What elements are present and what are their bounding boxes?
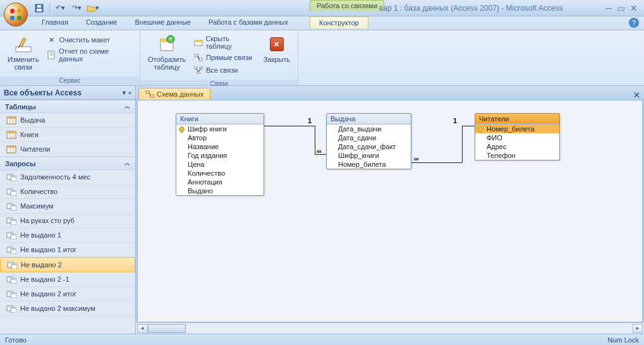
chevron-up-icon: ︽ xyxy=(125,159,130,167)
relationships-icon xyxy=(145,90,154,98)
doc-tab-schema[interactable]: Схема данных xyxy=(138,88,210,100)
table-field[interactable]: Номер_билета xyxy=(327,160,411,169)
save-icon[interactable] xyxy=(33,2,46,15)
relation-cardinality-one: 1 xyxy=(308,117,312,124)
all-relationships-button[interactable]: Все связи xyxy=(192,64,257,76)
close-button[interactable]: ✕ xyxy=(630,3,638,13)
table-field[interactable]: Выдано xyxy=(176,186,264,195)
svg-rect-48 xyxy=(11,205,16,207)
office-button[interactable] xyxy=(4,3,28,27)
svg-point-3 xyxy=(17,16,21,20)
direct-relationships-button[interactable]: Прямые связи xyxy=(192,52,257,63)
svg-rect-74 xyxy=(7,306,13,307)
table-field[interactable]: Год издания xyxy=(176,151,264,160)
nav-item-query[interactable]: Не выдано 2 xyxy=(0,257,135,272)
nav-item-query[interactable]: Не выдано 1 xyxy=(0,228,135,243)
nav-pane-header[interactable]: Все объекты Access ▼« xyxy=(0,86,135,100)
minimize-button[interactable]: ─ xyxy=(605,3,612,13)
chevron-up-icon: ︽ xyxy=(125,102,130,111)
table-issue[interactable]: ВыдачаДата_выдачиДата_сдачиДата_сдачи_фа… xyxy=(326,113,411,169)
svg-rect-5 xyxy=(37,9,42,11)
nav-group-queries[interactable]: Запросы︽ xyxy=(0,157,135,170)
nav-item-query[interactable]: На руках сто руб xyxy=(0,214,135,228)
svg-line-79 xyxy=(149,92,150,96)
redo-icon[interactable]: ↷▾ xyxy=(70,2,83,15)
table-field[interactable]: Аннотация xyxy=(176,178,264,186)
tab-database-tools[interactable]: Работа с базами данных xyxy=(200,16,297,30)
relationship-report-button[interactable]: Отчет по схеме данных xyxy=(46,47,133,63)
show-table-button[interactable]: + Отобразить таблицу xyxy=(144,33,190,72)
maximize-button[interactable]: ▭ xyxy=(617,3,625,13)
svg-point-0 xyxy=(10,9,15,13)
svg-rect-44 xyxy=(11,191,16,192)
ribbon: Изменить связи ✕Очистить макет Отчет по … xyxy=(0,30,644,86)
doc-close-icon[interactable]: ✕ xyxy=(633,90,640,100)
table-books[interactable]: КнигиШифр книгиАвторНазваниеГод изданияЦ… xyxy=(176,113,264,196)
svg-rect-7 xyxy=(16,47,31,52)
tab-design[interactable]: Конструктор xyxy=(310,16,368,28)
table-field[interactable]: Телефон xyxy=(475,151,559,160)
nav-item-query[interactable]: Не выдано 2 максимум xyxy=(0,301,135,316)
svg-rect-64 xyxy=(11,264,17,265)
clear-layout-button[interactable]: ✕Очистить макет xyxy=(46,34,133,45)
table-title[interactable]: Выдача xyxy=(327,114,411,124)
table-field[interactable]: Название xyxy=(176,142,264,151)
table-title[interactable]: Читатели xyxy=(475,114,559,124)
tab-create[interactable]: Создание xyxy=(77,16,126,30)
window-title: вар 1 : база данных (Access 2007) - Micr… xyxy=(379,4,563,13)
table-field[interactable]: Дата_выдачи xyxy=(327,124,411,133)
svg-rect-30 xyxy=(7,131,16,133)
nav-item-table[interactable]: Книги xyxy=(0,128,135,142)
undo-icon[interactable]: ↶▾ xyxy=(54,2,66,15)
table-field[interactable]: Дата_сдачи xyxy=(327,133,411,142)
nav-item-query[interactable]: Задолженность 4 мес xyxy=(0,170,135,185)
svg-rect-52 xyxy=(11,220,16,221)
svg-rect-22 xyxy=(197,71,200,73)
quick-access-toolbar: ↶▾ ↷▾ ▾ xyxy=(33,2,99,15)
horizontal-scrollbar[interactable]: ◄ ► xyxy=(136,322,644,334)
table-readers[interactable]: ЧитателиНомер_билетаФИОАдресТелефон xyxy=(475,113,560,160)
svg-rect-18 xyxy=(199,58,202,61)
table-field[interactable]: Номер_билета xyxy=(475,124,559,133)
nav-item-query[interactable]: Максимум xyxy=(0,199,135,214)
tab-external-data[interactable]: Внешние данные xyxy=(126,16,200,30)
ribbon-group-service: Сервис xyxy=(0,76,140,85)
svg-point-2 xyxy=(10,16,15,20)
nav-group-tables[interactable]: Таблицы︽ xyxy=(0,100,135,113)
hide-table-button[interactable]: Скрыть таблицу xyxy=(192,34,257,51)
nav-item-query[interactable]: Не выдано 2 -1 xyxy=(0,272,135,287)
nav-item-table[interactable]: Читатели xyxy=(0,142,135,157)
edit-relationships-button[interactable]: Изменить связи xyxy=(4,33,43,72)
open-folder-icon[interactable]: ▾ xyxy=(87,2,99,15)
relation-cardinality-many: ∞ xyxy=(414,155,419,162)
table-field[interactable]: Шифр книги xyxy=(176,124,264,133)
svg-rect-66 xyxy=(7,277,13,278)
table-field[interactable]: Шифр_книги xyxy=(327,151,411,160)
nav-collapse-icon[interactable]: « xyxy=(128,90,131,96)
help-icon[interactable]: ? xyxy=(629,18,639,28)
nav-item-query[interactable]: Количество xyxy=(0,185,135,199)
nav-item-table[interactable]: Выдача xyxy=(0,113,135,128)
scroll-right-icon[interactable]: ► xyxy=(633,324,643,333)
close-relationships-button[interactable]: ✕ Закрыть xyxy=(260,33,294,64)
document-tabs: Схема данных ✕ xyxy=(136,86,644,100)
table-field[interactable]: ФИО xyxy=(475,133,559,142)
table-field[interactable]: Автор xyxy=(176,133,264,142)
tab-home[interactable]: Главная xyxy=(33,16,77,30)
context-tab-group-label: Работа со связями xyxy=(310,0,384,11)
table-field[interactable]: Количество xyxy=(176,169,264,178)
svg-rect-38 xyxy=(7,174,13,176)
svg-rect-46 xyxy=(7,203,13,205)
nav-item-query[interactable]: Не выдано 1 итог xyxy=(0,243,135,257)
relationships-canvas[interactable]: 1 ∞ 1 ∞ КнигиШифр книгиАвторНазваниеГод … xyxy=(137,100,643,322)
nav-item-query[interactable]: Не выдано 2 итог xyxy=(0,287,135,301)
relation-cardinality-many: ∞ xyxy=(317,147,322,155)
table-field[interactable]: Адрес xyxy=(475,142,559,151)
table-field[interactable]: Дата_сдачи_факт xyxy=(327,142,411,151)
scroll-thumb[interactable] xyxy=(148,324,186,333)
nav-dropdown-icon[interactable]: ▼ xyxy=(121,90,127,96)
svg-rect-56 xyxy=(11,234,16,236)
scroll-left-icon[interactable]: ◄ xyxy=(137,324,147,333)
table-title[interactable]: Книги xyxy=(176,114,264,124)
table-field[interactable]: Цена xyxy=(176,160,264,169)
